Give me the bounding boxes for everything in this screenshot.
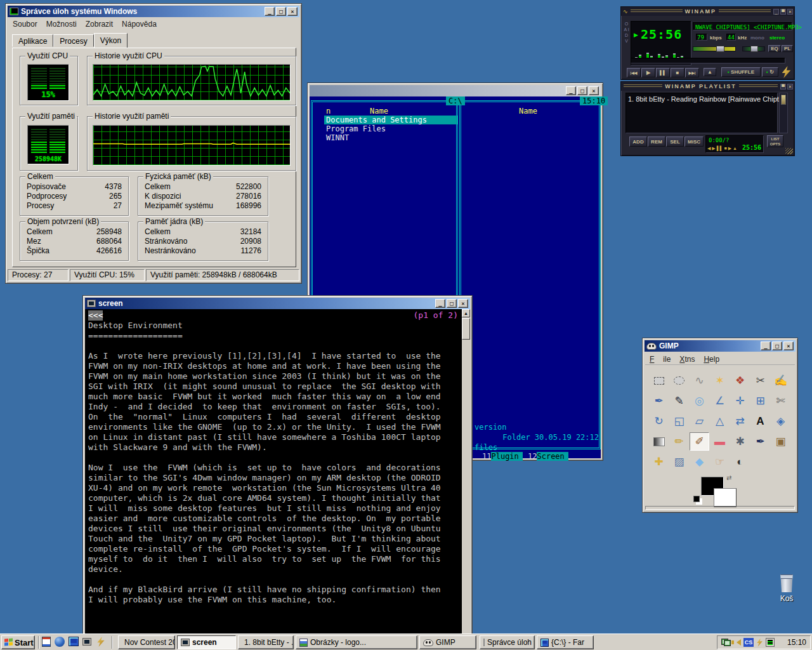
swap-colors-icon[interactable]: ⇄ bbox=[726, 474, 731, 481]
scroll-up-icon[interactable]: ▲ bbox=[462, 309, 470, 317]
speaker-icon[interactable] bbox=[733, 639, 741, 646]
pause-button[interactable]: ▌▌ bbox=[656, 68, 670, 77]
far-item[interactable]: Program Files bbox=[324, 124, 457, 133]
taskbar-task-taskman[interactable]: Správce úloh s... bbox=[480, 635, 535, 649]
gimp-tool-select-by-color[interactable]: ❖ bbox=[730, 371, 750, 390]
recycle-bin-icon[interactable] bbox=[780, 574, 794, 592]
scrollbar[interactable]: ▲ bbox=[462, 309, 470, 639]
gimp-tool-ink[interactable]: ✒ bbox=[750, 432, 770, 451]
winamp-menu-icon[interactable]: ∿ bbox=[623, 8, 628, 15]
menu-moznosti[interactable]: Možnosti bbox=[42, 19, 81, 29]
gimp-tool-zoom[interactable]: ◎ bbox=[690, 392, 709, 410]
gimp-tool-heal[interactable]: ✚ bbox=[649, 453, 669, 471]
menu-xtns[interactable]: Xtns bbox=[675, 354, 699, 364]
gimp-titlebar[interactable]: GIMP _ □ ✕ bbox=[645, 340, 796, 352]
menu-soubor[interactable]: Soubor bbox=[8, 19, 42, 29]
recycle-bin[interactable]: Koš bbox=[773, 574, 801, 603]
gimp-tool-gradient[interactable] bbox=[649, 432, 669, 451]
close-icon[interactable]: ✕ bbox=[287, 7, 298, 16]
gimp-tool-eraser[interactable]: ▬ bbox=[710, 432, 730, 451]
far-item[interactable]: WINNT bbox=[324, 133, 457, 142]
balance-slider[interactable] bbox=[742, 46, 765, 51]
quick-launch-page-icon[interactable] bbox=[42, 637, 51, 647]
quick-launch-browser-icon[interactable] bbox=[55, 637, 65, 647]
network-icon[interactable] bbox=[721, 639, 731, 646]
playlist-remove-button[interactable]: REM bbox=[648, 136, 665, 147]
playlist-resize-grip[interactable] bbox=[785, 148, 793, 154]
gimp-tool-rotate[interactable]: ↻ bbox=[649, 412, 669, 430]
default-colors-icon[interactable] bbox=[693, 496, 700, 502]
menu-file[interactable]: File bbox=[645, 354, 675, 364]
gimp-tool-text[interactable]: A bbox=[750, 412, 770, 430]
winamp-logo-icon[interactable] bbox=[781, 66, 792, 78]
gimp-tool-paths[interactable]: ✒ bbox=[649, 392, 669, 410]
far-fkey-screen[interactable]: 12Screen bbox=[528, 452, 568, 461]
gimp-tool-bucket-fill[interactable]: ◈ bbox=[771, 412, 790, 430]
taskbar-task-gimp[interactable]: GIMP bbox=[419, 635, 476, 649]
gimp-tool-align[interactable]: ⊞ bbox=[750, 392, 770, 410]
far-item-selected[interactable]: Documents and Settings bbox=[324, 116, 457, 124]
tab-procesy[interactable]: Procesy bbox=[53, 34, 93, 47]
repeat-button[interactable]: ▪ ↻ bbox=[762, 67, 778, 77]
maximize-icon[interactable]: □ bbox=[772, 342, 782, 350]
shuffle-button[interactable]: ▪ SHUFFLE bbox=[721, 67, 761, 77]
gimp-tool-move[interactable]: ✛ bbox=[730, 392, 750, 410]
taskbar-task-obrazky[interactable]: Obrázky - logo... bbox=[296, 635, 417, 649]
taskbar-clock[interactable]: 15:10 bbox=[787, 638, 806, 647]
playlist-add-button[interactable]: ADD bbox=[629, 136, 647, 147]
gimp-tool-flip[interactable]: ⇄ bbox=[730, 412, 750, 430]
far-right-panel[interactable] bbox=[459, 100, 601, 449]
quick-launch-terminal-icon[interactable] bbox=[82, 637, 94, 648]
quick-launch-far-icon[interactable] bbox=[69, 637, 79, 646]
menu-napoveda[interactable]: Nápověda bbox=[117, 19, 161, 29]
shade-icon[interactable]: ▀ bbox=[780, 84, 786, 90]
taskbar-task-nov-contest[interactable]: Nov Contest 20... bbox=[118, 635, 175, 649]
tab-vykon[interactable]: Výkon bbox=[94, 33, 128, 48]
scrollbar-thumb[interactable] bbox=[462, 318, 470, 340]
play-button[interactable]: ▶ bbox=[641, 68, 655, 77]
clutterbar[interactable]: O A I D V bbox=[624, 21, 629, 65]
tab-aplikace[interactable]: Aplikace bbox=[12, 34, 53, 47]
gimp-tool-scissors[interactable]: ✂ bbox=[750, 371, 770, 390]
volume-slider[interactable] bbox=[693, 46, 736, 51]
track-title-marquee[interactable]: NWAVE CHIPTUNES] <CHIPTUNE.MP3> bbox=[693, 22, 792, 30]
maximize-icon[interactable]: □ bbox=[447, 299, 457, 308]
taskbar-task-screen[interactable]: screen bbox=[177, 635, 236, 649]
far-path-tab[interactable]: C:\ bbox=[446, 96, 465, 105]
start-button[interactable]: Start bbox=[1, 635, 35, 649]
close-icon[interactable]: ✕ bbox=[787, 9, 793, 15]
close-icon[interactable]: ✕ bbox=[787, 84, 793, 90]
gimp-tool-pencil[interactable]: ✏ bbox=[669, 432, 689, 451]
equalizer-button[interactable]: EQ bbox=[768, 45, 781, 52]
back-link[interactable]: <<< bbox=[88, 310, 103, 321]
playlist-listopts-button[interactable]: LIST OPTS bbox=[767, 135, 783, 147]
screen-titlebar[interactable]: screen _ □ ✕ bbox=[85, 298, 470, 309]
gimp-tool-blur-sharpen[interactable]: ◆ bbox=[690, 453, 709, 471]
gimp-tool-dodge-burn[interactable]: ◐ bbox=[730, 453, 750, 471]
far-titlebar[interactable]: _ □ ✕ bbox=[310, 85, 601, 96]
winamp-agent-icon[interactable] bbox=[756, 639, 763, 647]
gimp-tool-scale[interactable]: ◱ bbox=[669, 412, 689, 430]
gimp-tool-airbrush[interactable]: ✱ bbox=[730, 432, 750, 451]
seek-bar[interactable] bbox=[631, 58, 785, 63]
playlist-scrollbar[interactable] bbox=[779, 93, 788, 133]
gimp-tool-color-picker[interactable]: ✎ bbox=[669, 392, 689, 410]
stop-button[interactable]: ■ bbox=[671, 68, 684, 77]
maximize-icon[interactable]: □ bbox=[577, 86, 587, 95]
gimp-tool-crop[interactable]: ✄ bbox=[771, 392, 790, 410]
playlist-list[interactable]: 1. 8bit bEtty - Reading Rainbow [Rainwav… bbox=[625, 93, 778, 133]
gimp-tool-foreground-select[interactable]: ✍ bbox=[771, 371, 790, 390]
eject-button[interactable]: ▲ bbox=[704, 68, 716, 76]
gimp-tool-shear[interactable]: ▱ bbox=[690, 412, 709, 430]
playlist-mini-transport[interactable]: ◀ ▶ ▌▌ ■ ▶ ▲ bbox=[707, 146, 737, 151]
taskman-titlebar[interactable]: Správce úloh systému Windows _ □ ✕ bbox=[8, 6, 299, 17]
keyboard-layout-indicator[interactable]: CS bbox=[743, 638, 754, 647]
gimp-tool-fuzzy-select[interactable]: ✶ bbox=[710, 371, 730, 390]
gimp-tool-free-select[interactable]: ∿ bbox=[690, 371, 709, 390]
gimp-tool-paintbrush[interactable]: ✐ bbox=[690, 432, 709, 451]
gimp-tool-smudge[interactable]: ☞ bbox=[710, 453, 730, 471]
minimize-icon[interactable]: _ bbox=[761, 342, 771, 350]
gimp-tool-measure[interactable]: ∠ bbox=[710, 392, 730, 410]
gimp-tool-perspective-clone[interactable]: ▨ bbox=[669, 453, 689, 471]
background-color-swatch[interactable] bbox=[714, 488, 737, 507]
